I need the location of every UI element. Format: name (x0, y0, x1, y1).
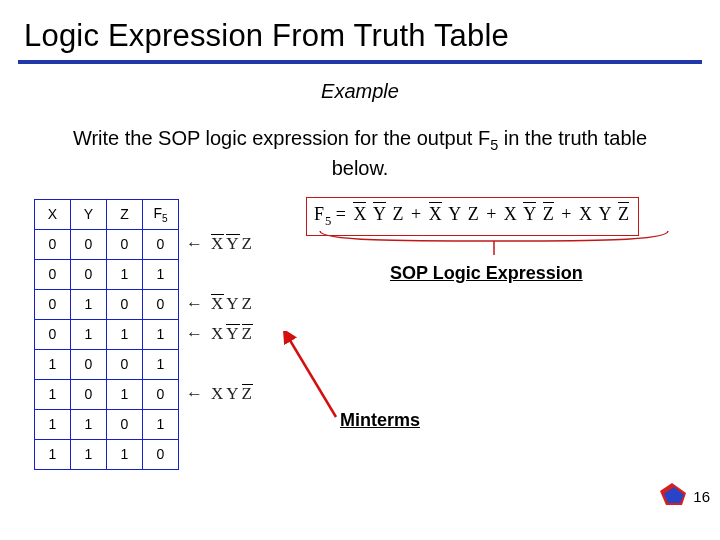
table-cell: 0 (35, 319, 71, 349)
table-row: 1001 (35, 349, 179, 379)
col-f5: F5 (143, 199, 179, 229)
col-y: Y (71, 199, 107, 229)
table-row: 0011 (35, 259, 179, 289)
table-cell: 0 (35, 289, 71, 319)
minterm-column: ←XYZ←XYZ←XYZ←XYZ (186, 229, 254, 439)
col-z: Z (107, 199, 143, 229)
minterm-var: Y (225, 234, 240, 254)
table-cell: 1 (35, 439, 71, 469)
table-cell: 0 (71, 229, 107, 259)
table-cell: 1 (143, 349, 179, 379)
minterm-row: ←XYZ (186, 229, 254, 259)
minterms-label: Minterms (340, 410, 420, 431)
prompt-text: Write the SOP logic expression for the o… (48, 125, 672, 181)
table-cell: 0 (143, 439, 179, 469)
minterm-var: X (210, 324, 225, 344)
table-cell: 0 (71, 379, 107, 409)
table-cell: 1 (71, 289, 107, 319)
sop-term: X Y Z (503, 204, 555, 224)
prompt-before: Write the SOP logic expression for the o… (73, 127, 490, 149)
table-cell: 0 (107, 229, 143, 259)
col-x: X (35, 199, 71, 229)
sop-expression-label: SOP Logic Expression (390, 263, 583, 284)
title-divider (18, 60, 702, 64)
table-cell: 1 (71, 439, 107, 469)
table-row: 1110 (35, 439, 179, 469)
minterm-var: Z (241, 234, 254, 254)
prompt-sub: 5 (490, 137, 498, 153)
sop-term: X Y Z (428, 204, 480, 224)
table-cell: 0 (143, 289, 179, 319)
arrow-icon (280, 331, 348, 423)
left-arrow-icon: ← (186, 384, 204, 404)
table-cell: 0 (143, 379, 179, 409)
table-cell: 1 (71, 319, 107, 349)
minterm-row (186, 349, 254, 379)
table-row: 0111 (35, 319, 179, 349)
table-cell: 0 (71, 349, 107, 379)
table-cell: 0 (143, 229, 179, 259)
brace-icon (316, 229, 686, 261)
truth-table: X Y Z F5 0000001101000111100110101101111… (34, 199, 179, 470)
table-cell: 0 (35, 229, 71, 259)
table-cell: 1 (143, 259, 179, 289)
table-cell: 0 (35, 259, 71, 289)
minterm-var: Z (241, 294, 254, 314)
table-cell: 1 (143, 409, 179, 439)
minterm-var: Y (225, 324, 240, 344)
table-row: 0000 (35, 229, 179, 259)
table-row: 1101 (35, 409, 179, 439)
table-row: 0100 (35, 289, 179, 319)
minterm-var: X (210, 294, 225, 314)
left-arrow-icon: ← (186, 324, 204, 344)
minterm-row: ←XYZ (186, 289, 254, 319)
minterm-var: Y (225, 294, 240, 314)
table-cell: 0 (107, 409, 143, 439)
minterm-row (186, 259, 254, 289)
minterm-row (186, 409, 254, 439)
table-cell: 0 (107, 289, 143, 319)
table-cell: 1 (35, 409, 71, 439)
table-cell: 1 (35, 349, 71, 379)
svg-line-0 (288, 337, 336, 417)
example-label: Example (0, 80, 720, 103)
table-row: 1010 (35, 379, 179, 409)
minterm-row: ←XYZ (186, 379, 254, 409)
minterm-var: X (210, 384, 225, 404)
minterm-var: Z (241, 384, 254, 404)
sop-term: X Y Z (352, 204, 404, 224)
table-cell: 0 (107, 349, 143, 379)
table-header-row: X Y Z F5 (35, 199, 179, 229)
table-cell: 1 (143, 319, 179, 349)
minterm-var: Y (225, 384, 240, 404)
main-area: X Y Z F5 0000001101000111100110101101111… (0, 199, 720, 519)
table-cell: 1 (71, 409, 107, 439)
page-number: 16 (693, 488, 710, 505)
minterm-row: ←XYZ (186, 319, 254, 349)
minterm-var: X (210, 234, 225, 254)
left-arrow-icon: ← (186, 294, 204, 314)
left-arrow-icon: ← (186, 234, 204, 254)
table-cell: 1 (107, 379, 143, 409)
table-cell: 1 (107, 319, 143, 349)
table-cell: 0 (71, 259, 107, 289)
table-cell: 1 (107, 259, 143, 289)
table-cell: 1 (107, 439, 143, 469)
sop-term: X Y Z (578, 204, 630, 224)
page-title: Logic Expression From Truth Table (0, 0, 720, 58)
table-cell: 1 (35, 379, 71, 409)
pltw-logo-icon (658, 481, 688, 509)
minterm-var: Z (241, 324, 254, 344)
